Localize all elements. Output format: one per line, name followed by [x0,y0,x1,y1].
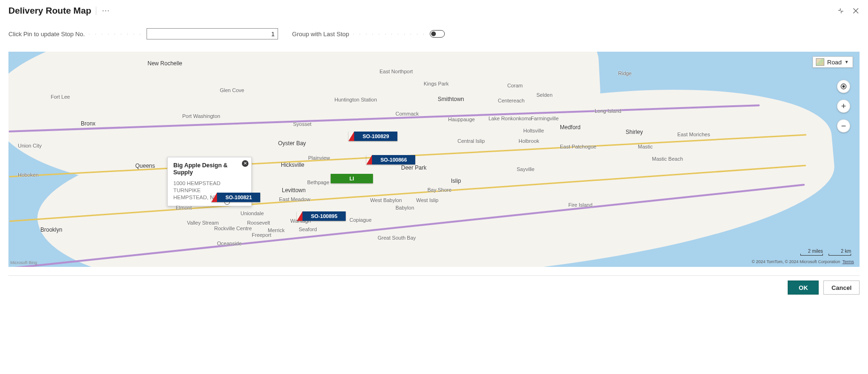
map-style-button[interactable]: Road ▼ [813,56,853,68]
titlebar: Delivery Route Map ··· [0,0,868,19]
tooltip-close-icon[interactable]: ✕ [242,160,248,167]
order-pin[interactable]: SO-100895 [297,211,346,221]
page-title: Delivery Route Map [8,6,91,16]
minimize-icon[interactable] [837,7,845,15]
cancel-button[interactable]: Cancel [823,280,860,295]
city-label: Ridge [618,70,632,76]
close-icon[interactable] [852,7,860,15]
terms-link[interactable]: Terms [843,259,854,264]
map-style-thumb-icon [816,58,824,66]
locate-button[interactable] [837,80,850,93]
title-divider [96,7,96,15]
svg-point-3 [843,86,845,87]
order-pin[interactable]: SO-100866 [366,155,415,164]
more-actions-button[interactable]: ··· [102,7,109,15]
pin-triangle-icon [366,155,372,164]
pin-triangle-icon [211,193,217,202]
pin-label: LI [331,174,373,183]
group-last-stop-toggle[interactable] [430,30,445,38]
tooltip-title: Big Apple Design & Supply [173,162,246,176]
zoom-in-button[interactable]: + [837,100,850,113]
order-pin[interactable]: SO-100821 [211,193,260,202]
dotted-trail: · · · · · · · · · [89,31,143,37]
map-canvas[interactable]: ✕ Big Apple Design & Supply 1000 HEMPSTE… [8,52,860,267]
dotted-trail: · · · · · · · · · · · · [353,31,426,37]
route-group-pin[interactable]: LI [331,174,373,183]
pin-label: SO-100895 [302,211,346,221]
pin-label: SO-100829 [354,132,397,141]
pin-label: SO-100821 [217,193,260,202]
chevron-down-icon: ▼ [845,60,849,64]
pin-triangle-icon [297,211,302,221]
zoom-out-button[interactable]: − [837,119,850,132]
stop-no-input[interactable] [147,28,278,39]
map-attribution: © 2024 TomTom, © 2024 Microsoft Corporat… [752,259,854,264]
controls-row: Click Pin to update Stop No. · · · · · ·… [0,19,868,43]
ok-button[interactable]: OK [788,280,819,295]
group-last-stop-label: Group with Last Stop [292,31,349,38]
footer-actions: OK Cancel [0,276,868,299]
pin-triangle-icon [349,132,354,141]
map-scale: 2 miles 2 km [800,249,851,256]
map-style-label: Road [827,59,842,66]
map-provider-logo: Microsoft Bing [10,260,37,265]
pin-label: SO-100866 [372,155,415,164]
order-pin[interactable]: SO-100829 [349,132,397,141]
stop-no-label: Click Pin to update Stop No. [8,31,85,38]
